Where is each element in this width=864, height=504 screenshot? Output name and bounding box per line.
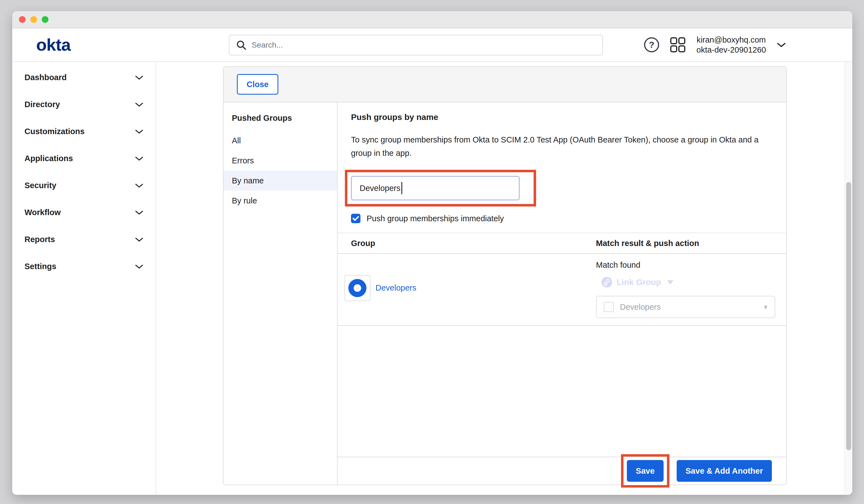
push-immediately-label: Push group memberships immediately <box>367 214 504 223</box>
link-group-label: Link Group <box>616 277 661 287</box>
target-group-dropdown[interactable]: Developers ▾ <box>596 296 775 318</box>
nav-item-by-name[interactable]: By name <box>224 171 337 191</box>
chevron-down-icon <box>135 183 143 188</box>
target-group-value: Developers <box>620 302 758 312</box>
link-group-action[interactable]: Link Group <box>601 277 786 287</box>
search-bar[interactable] <box>229 35 603 56</box>
sidebar-item-dashboard[interactable]: Dashboard <box>12 64 156 91</box>
sidebar-item-customizations[interactable]: Customizations <box>12 118 156 145</box>
sidebar-item-applications[interactable]: Applications <box>12 145 156 172</box>
search-input[interactable] <box>252 41 596 49</box>
okta-logo: okta <box>36 36 70 53</box>
save-button[interactable]: Save <box>627 460 663 482</box>
section-title: Push groups by name <box>351 112 776 122</box>
push-groups-panel: Close Pushed Groups All Errors By name B… <box>223 66 787 485</box>
sidebar-item-workflow[interactable]: Workflow <box>12 199 156 226</box>
nav-item-by-rule[interactable]: By rule <box>224 191 337 211</box>
sidebar-item-security[interactable]: Security <box>12 172 156 199</box>
chevron-down-icon[interactable] <box>777 42 786 48</box>
table-header: Group Match result & push action <box>338 233 786 254</box>
app-header: okta ? kiran@boxyhq.com okta-dev-2090126… <box>12 28 852 62</box>
chevron-down-icon <box>135 237 143 242</box>
table-row: Developers Match found <box>338 254 786 326</box>
scrollbar-track[interactable] <box>844 62 852 494</box>
save-annotation-box: Save <box>621 454 670 488</box>
chevron-down-icon <box>135 75 143 80</box>
push-immediately-row[interactable]: Push group memberships immediately <box>351 214 776 223</box>
pushed-groups-nav: Pushed Groups All Errors By name By rule <box>224 103 338 484</box>
close-window-button[interactable] <box>19 16 26 23</box>
user-email: kiran@boxyhq.com <box>696 35 766 45</box>
main-sidebar: Dashboard Directory Customizations Appli… <box>12 62 156 494</box>
minimize-window-button[interactable] <box>30 16 37 23</box>
section-description: To sync group memberships from Okta to S… <box>351 133 771 160</box>
save-add-another-button[interactable]: Save & Add Another <box>677 460 772 482</box>
main-content: Close Pushed Groups All Errors By name B… <box>156 62 844 494</box>
chevron-down-icon <box>135 102 143 107</box>
help-icon[interactable]: ? <box>644 37 659 52</box>
dropdown-caret-icon: ▾ <box>764 303 767 311</box>
chevron-down-icon <box>135 264 143 269</box>
org-name: okta-dev-20901260 <box>696 45 766 55</box>
caret-down-icon <box>667 280 673 285</box>
chevron-down-icon <box>135 129 143 134</box>
scrollbar-thumb[interactable] <box>846 182 851 450</box>
nav-item-errors[interactable]: Errors <box>224 151 337 171</box>
sidebar-item-reports[interactable]: Reports <box>12 226 156 253</box>
panel-toolbar: Close <box>224 67 786 103</box>
header-actions: ? kiran@boxyhq.com okta-dev-20901260 <box>644 28 786 61</box>
browser-window: okta ? kiran@boxyhq.com okta-dev-2090126… <box>12 11 852 495</box>
push-by-name-section: Push groups by name To sync group member… <box>338 103 786 484</box>
group-donut-icon <box>348 279 367 297</box>
window-titlebar <box>12 11 852 28</box>
text-cursor <box>401 182 402 194</box>
chevron-down-icon <box>135 156 143 161</box>
sidebar-item-settings[interactable]: Settings <box>12 253 156 280</box>
column-header-match: Match result & push action <box>596 239 786 248</box>
column-header-group: Group <box>338 239 596 248</box>
group-name-input[interactable]: Developers <box>351 176 520 200</box>
nav-item-all[interactable]: All <box>224 131 337 151</box>
zoom-window-button[interactable] <box>42 16 48 23</box>
chevron-down-icon <box>135 210 143 215</box>
group-link[interactable]: Developers <box>375 283 417 292</box>
apps-grid-icon[interactable] <box>670 37 686 53</box>
close-button[interactable]: Close <box>237 74 278 95</box>
sidebar-item-directory[interactable]: Directory <box>12 91 156 118</box>
check-icon <box>352 216 359 221</box>
link-icon <box>601 277 612 287</box>
search-icon <box>236 40 247 50</box>
push-immediately-checkbox[interactable] <box>351 214 360 223</box>
input-annotation-box: Developers <box>345 170 536 206</box>
group-avatar <box>344 275 371 301</box>
group-name-input-value: Developers <box>360 184 400 193</box>
panel-footer: Save Save & Add Another <box>338 457 786 484</box>
group-placeholder-icon <box>604 302 614 312</box>
user-menu[interactable]: kiran@boxyhq.com okta-dev-20901260 <box>696 35 766 55</box>
pushed-groups-title: Pushed Groups <box>232 113 337 123</box>
match-status: Match found <box>596 261 786 270</box>
